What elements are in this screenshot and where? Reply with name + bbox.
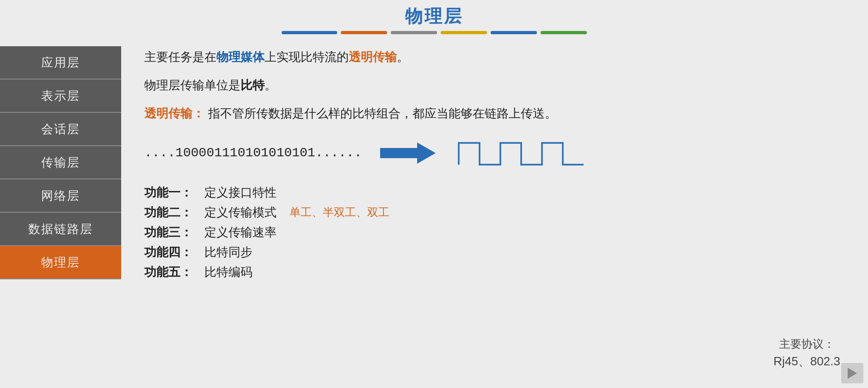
protocol-label: 主要协议： bbox=[773, 337, 840, 351]
transparent-desc: 透明传输： 指不管所传数据是什么样的比特组合，都应当能够在链路上传送。 bbox=[144, 105, 850, 122]
sidebar-item-app-label: 应用层 bbox=[41, 55, 80, 71]
arrow-icon bbox=[380, 141, 436, 166]
play-button[interactable] bbox=[841, 363, 863, 383]
function-value-5: 比特编码 bbox=[204, 264, 252, 280]
sidebar-item-presentation-label: 表示层 bbox=[41, 88, 80, 104]
sidebar-item-network[interactable]: 网络层 bbox=[0, 179, 121, 213]
intro-highlight1: 物理媒体 bbox=[216, 50, 265, 64]
function-row-4: 功能四： 比特同步 bbox=[144, 244, 850, 260]
function-row-5: 功能五： 比特编码 bbox=[144, 264, 850, 280]
sidebar-item-datalink-label: 数据链路层 bbox=[28, 221, 93, 237]
sidebar-item-transport-label: 传输层 bbox=[41, 154, 80, 171]
transparent-label: 透明传输： bbox=[144, 105, 204, 122]
sidebar-item-session-label: 会话层 bbox=[41, 121, 80, 137]
bit-text: ....100001110101010101...... bbox=[144, 146, 362, 160]
functions-list: 功能一： 定义接口特性 功能二： 定义传输模式 单工、半双工、双工 功能三： 定… bbox=[144, 185, 850, 280]
transparent-text: 指不管所传数据是什么样的比特组合，都应当能够在链路上传送。 bbox=[208, 105, 557, 122]
color-bar bbox=[0, 31, 868, 34]
sidebar-item-app[interactable]: 应用层 bbox=[0, 46, 121, 80]
function-value-3: 定义传输速率 bbox=[204, 224, 277, 240]
protocol-value: Rj45、802.3 bbox=[773, 353, 840, 370]
intro-line2: 物理层传输单位是比特。 bbox=[144, 74, 850, 96]
function-row-1: 功能一： 定义接口特性 bbox=[144, 185, 850, 201]
page-title: 物理层 bbox=[0, 5, 868, 28]
intro-suffix2: 。 bbox=[265, 78, 277, 92]
function-value-2: 定义传输模式 bbox=[204, 204, 277, 221]
function-row-3: 功能三： 定义传输速率 bbox=[144, 224, 850, 240]
function-value-1: 定义接口特性 bbox=[204, 185, 277, 201]
function-label-4: 功能四： bbox=[144, 244, 200, 260]
sidebar-item-presentation[interactable]: 表示层 bbox=[0, 80, 121, 113]
intro-line1: 主要任务是在物理媒体上实现比特流的透明传输。 bbox=[144, 46, 850, 68]
protocol-area: 主要协议： Rj45、802.3 bbox=[773, 337, 840, 370]
intro-prefix2: 物理层传输单位是 bbox=[144, 78, 240, 92]
sidebar-item-physical[interactable]: 物理层 bbox=[0, 246, 121, 279]
svg-marker-0 bbox=[380, 142, 436, 164]
color-bar-seg-1 bbox=[282, 31, 337, 34]
sidebar-item-network-label: 网络层 bbox=[41, 188, 80, 204]
intro-prefix1: 主要任务是在 bbox=[144, 50, 216, 64]
sidebar-item-transport[interactable]: 传输层 bbox=[0, 146, 121, 179]
color-bar-seg-4 bbox=[441, 31, 487, 34]
intro-bold: 比特 bbox=[240, 78, 265, 92]
function-value-4: 比特同步 bbox=[204, 244, 252, 260]
title-area: 物理层 bbox=[0, 0, 868, 42]
function-label-2: 功能二： bbox=[144, 204, 200, 221]
function-label-5: 功能五： bbox=[144, 264, 200, 280]
function-label-3: 功能三： bbox=[144, 224, 200, 240]
intro-suffix1: 。 bbox=[397, 50, 409, 64]
arrow-container bbox=[380, 141, 436, 166]
function-label-1: 功能一： bbox=[144, 185, 200, 201]
sidebar: 应用层 表示层 会话层 传输层 网络层 数据链路层 物理层 bbox=[0, 46, 121, 383]
color-bar-seg-6 bbox=[541, 31, 587, 34]
color-bar-seg-5 bbox=[491, 31, 537, 34]
play-triangle-icon bbox=[848, 368, 857, 379]
main-content: 主要任务是在物理媒体上实现比特流的透明传输。 物理层传输单位是比特。 透明传输：… bbox=[121, 42, 868, 383]
sidebar-item-session[interactable]: 会话层 bbox=[0, 113, 121, 146]
content-row: 应用层 表示层 会话层 传输层 网络层 数据链路层 物理层 bbox=[0, 42, 868, 388]
main-container: 物理层 应用层 表示层 会话层 传输层 网络层 bbox=[0, 0, 868, 388]
intro-middle1: 上实现比特流的 bbox=[265, 50, 349, 64]
square-wave-icon bbox=[454, 135, 593, 172]
color-bar-seg-2 bbox=[341, 31, 387, 34]
bitstream-row: ....100001110101010101...... bbox=[144, 135, 850, 172]
sidebar-item-datalink[interactable]: 数据链路层 bbox=[0, 213, 121, 246]
sidebar-item-physical-label: 物理层 bbox=[41, 254, 80, 271]
function-extra-2: 单工、半双工、双工 bbox=[289, 205, 389, 220]
function-row-2: 功能二： 定义传输模式 单工、半双工、双工 bbox=[144, 204, 850, 221]
intro-highlight2: 透明传输 bbox=[349, 50, 397, 64]
color-bar-seg-3 bbox=[391, 31, 437, 34]
